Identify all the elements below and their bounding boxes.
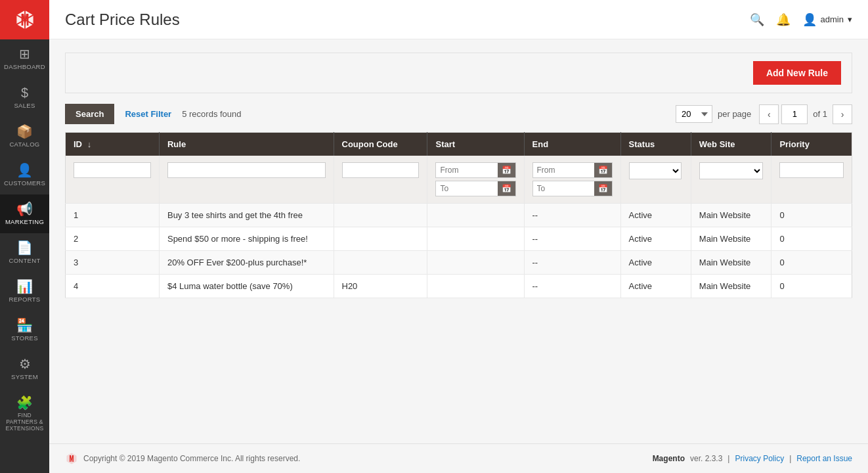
col-header-id[interactable]: ID ↓ [66, 133, 160, 156]
filter-input-rule[interactable] [167, 162, 326, 178]
user-label: admin [821, 14, 844, 24]
sidebar-item-catalog[interactable]: 📦 CATALOG [0, 117, 49, 156]
sidebar-label-customers: CUSTOMERS [4, 179, 45, 187]
cell-coupon [334, 227, 427, 251]
sidebar-label-dashboard: DASHBOARD [4, 63, 45, 70]
footer-version-number: ver. 2.3.3 [690, 454, 722, 463]
start-from-input[interactable] [436, 163, 497, 177]
sales-icon: $ [21, 86, 28, 99]
sidebar-item-system[interactable]: ⚙ SYSTEM [0, 349, 49, 388]
cell-website: Main Website [691, 204, 771, 227]
cell-status: Active [620, 251, 691, 275]
sidebar-label-catalog: CATALOG [9, 141, 39, 148]
col-header-website[interactable]: Web Site [691, 133, 771, 156]
search-icon[interactable]: 🔍 [750, 12, 764, 27]
filter-input-id[interactable] [74, 162, 151, 178]
filter-cell-coupon [334, 156, 427, 204]
report-issue-link[interactable]: Report an Issue [796, 454, 852, 463]
end-from-calendar-button[interactable]: 📅 [594, 163, 612, 177]
filter-select-website[interactable]: Main Website [699, 162, 764, 179]
header-actions: 🔍 🔔 👤 admin ▾ [750, 12, 852, 27]
end-from-wrap: 📅 [532, 162, 613, 178]
col-header-status[interactable]: Status [620, 133, 691, 156]
filter-cell-start: 📅 📅 [427, 156, 524, 204]
end-from-input[interactable] [533, 163, 594, 177]
cell-rule: 20% OFF Ever $200-plus purchase!* [159, 251, 334, 275]
end-to-input[interactable] [533, 181, 594, 196]
pagination: ‹ of 1 › [759, 104, 852, 124]
sidebar-item-stores[interactable]: 🏪 STORES [0, 311, 49, 349]
cell-id: 2 [66, 227, 160, 251]
sidebar-label-find-partners: FIND PARTNERS & EXTENSIONS [3, 412, 47, 432]
privacy-policy-link[interactable]: Privacy Policy [735, 454, 784, 463]
sidebar-item-reports[interactable]: 📊 REPORTS [0, 272, 49, 311]
sidebar-label-sales: SALES [14, 102, 35, 109]
filter-input-priority[interactable] [779, 162, 844, 178]
cell-rule: $4 Luma water bottle (save 70%) [159, 275, 334, 298]
user-menu[interactable]: 👤 admin ▾ [802, 12, 852, 27]
end-to-calendar-button[interactable]: 📅 [594, 181, 612, 196]
cell-coupon [334, 204, 427, 227]
reset-filter-button[interactable]: Reset Filter [122, 104, 174, 124]
per-page-select[interactable]: 20 30 50 100 200 [676, 105, 712, 123]
cell-id: 3 [66, 251, 160, 275]
col-header-rule[interactable]: Rule [159, 133, 334, 156]
col-header-start[interactable]: Start [427, 133, 524, 156]
cell-priority: 0 [771, 275, 852, 298]
catalog-icon: 📦 [16, 125, 33, 138]
footer-magento-icon [65, 452, 78, 465]
notification-icon[interactable]: 🔔 [776, 12, 791, 27]
content-area: Add New Rule Search Reset Filter 5 recor… [49, 39, 868, 443]
user-avatar-icon: 👤 [802, 12, 817, 27]
stores-icon: 🏪 [16, 319, 33, 332]
filter-cell-website: Main Website [691, 156, 771, 204]
start-from-calendar-button[interactable]: 📅 [498, 163, 515, 177]
cell-coupon [334, 251, 427, 275]
start-from-wrap: 📅 [435, 162, 515, 178]
start-to-input[interactable] [436, 181, 497, 196]
add-new-rule-button[interactable]: Add New Rule [753, 61, 841, 85]
current-page-input[interactable] [781, 104, 808, 124]
table-header-row: ID ↓ Rule Coupon Code Start End Status W… [66, 133, 852, 156]
prev-page-button[interactable]: ‹ [759, 104, 779, 124]
magento-logo[interactable] [0, 0, 49, 39]
cell-website: Main Website [691, 275, 771, 298]
cell-website: Main Website [691, 251, 771, 275]
sidebar-item-dashboard[interactable]: ⊞ DASHBOARD [0, 39, 49, 78]
search-button[interactable]: Search [65, 104, 114, 124]
sidebar-item-customers[interactable]: 👤 CUSTOMERS [0, 156, 49, 194]
table-row[interactable]: 3 20% OFF Ever $200-plus purchase!* -- A… [66, 251, 852, 275]
user-dropdown-icon: ▾ [848, 14, 852, 24]
filter-cell-status: Active Inactive [620, 156, 691, 204]
cell-rule: Buy 3 tee shirts and get the 4th free [159, 204, 334, 227]
sidebar-item-content[interactable]: 📄 CONTENT [0, 233, 49, 272]
sidebar-item-find-partners[interactable]: 🧩 FIND PARTNERS & EXTENSIONS [0, 388, 49, 440]
sidebar-item-sales[interactable]: $ SALES [0, 78, 49, 117]
next-page-button[interactable]: › [833, 104, 852, 124]
start-to-calendar-button[interactable]: 📅 [498, 181, 515, 196]
filter-cell-rule [159, 156, 334, 204]
sidebar-item-marketing[interactable]: 📢 MARKETING [0, 194, 49, 233]
table-row[interactable]: 2 Spend $50 or more - shipping is free! … [66, 227, 852, 251]
cell-start [427, 227, 524, 251]
per-page-controls: 20 30 50 100 200 per page [676, 105, 751, 123]
cell-status: Active [620, 204, 691, 227]
table-row[interactable]: 4 $4 Luma water bottle (save 70%) H20 --… [66, 275, 852, 298]
start-date-filter-group: 📅 📅 [435, 162, 515, 196]
col-header-end[interactable]: End [524, 133, 620, 156]
main-content: Cart Price Rules 🔍 🔔 👤 admin ▾ Add New R… [49, 0, 868, 473]
sidebar-label-marketing: MARKETING [5, 218, 44, 225]
page-title: Cart Price Rules [65, 11, 180, 29]
system-icon: ⚙ [19, 357, 31, 371]
cell-end: -- [524, 251, 620, 275]
col-header-coupon[interactable]: Coupon Code [334, 133, 427, 156]
cell-id: 4 [66, 275, 160, 298]
table-row[interactable]: 1 Buy 3 tee shirts and get the 4th free … [66, 204, 852, 227]
cell-end: -- [524, 227, 620, 251]
cell-website: Main Website [691, 227, 771, 251]
filter-select-status[interactable]: Active Inactive [629, 162, 682, 179]
sidebar-label-stores: STORES [11, 334, 38, 342]
cell-status: Active [620, 275, 691, 298]
col-header-priority[interactable]: Priority [771, 133, 852, 156]
filter-input-coupon[interactable] [342, 162, 420, 178]
